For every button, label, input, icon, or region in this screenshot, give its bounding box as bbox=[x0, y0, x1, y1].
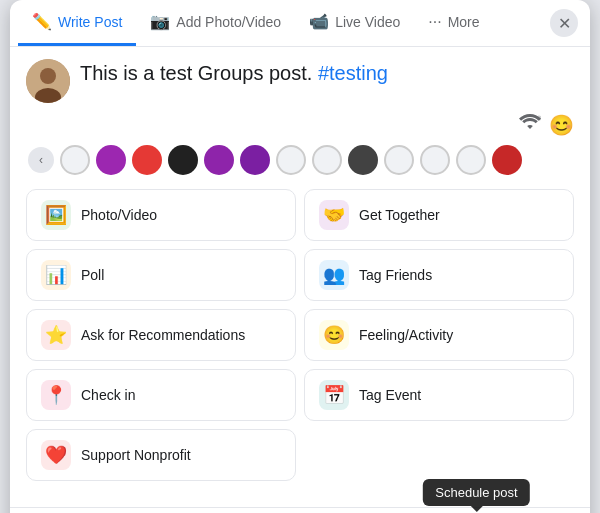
photo-video-tab-icon: 📷 bbox=[150, 12, 170, 31]
get-together-icon: 🤝 bbox=[319, 200, 349, 230]
avatar-svg bbox=[26, 59, 70, 103]
action-check-in[interactable]: 📍 Check in bbox=[26, 369, 296, 421]
color-swatches-row: ‹ bbox=[26, 145, 574, 175]
tab-more[interactable]: ··· More bbox=[414, 1, 493, 46]
action-photo-video[interactable]: 🖼️ Photo/Video bbox=[26, 189, 296, 241]
tag-event-icon: 📅 bbox=[319, 380, 349, 410]
bottom-bar: 🏷 Schedule post bbox=[10, 507, 590, 513]
swatch-5[interactable] bbox=[204, 145, 234, 175]
avatar bbox=[26, 59, 70, 103]
swatch-nav-left[interactable]: ‹ bbox=[28, 147, 54, 173]
emoji-icon[interactable]: 😊 bbox=[549, 113, 574, 137]
modal-header: ✏️ Write Post 📷 Add Photo/Video 📹 Live V… bbox=[10, 0, 590, 47]
svg-point-1 bbox=[40, 68, 56, 84]
action-support-nonprofit[interactable]: ❤️ Support Nonprofit bbox=[26, 429, 296, 481]
swatch-6[interactable] bbox=[240, 145, 270, 175]
swatch-8[interactable] bbox=[312, 145, 342, 175]
write-post-icon: ✏️ bbox=[32, 12, 52, 31]
swatch-2[interactable] bbox=[96, 145, 126, 175]
poll-icon: 📊 bbox=[41, 260, 71, 290]
actions-grid: 🖼️ Photo/Video 🤝 Get Together 📊 Poll 👥 T… bbox=[26, 189, 574, 481]
swatch-9[interactable] bbox=[348, 145, 378, 175]
action-poll[interactable]: 📊 Poll bbox=[26, 249, 296, 301]
action-tag-friends[interactable]: 👥 Tag Friends bbox=[304, 249, 574, 301]
support-nonprofit-icon: ❤️ bbox=[41, 440, 71, 470]
tag-friends-icon: 👥 bbox=[319, 260, 349, 290]
action-feeling-activity[interactable]: 😊 Feeling/Activity bbox=[304, 309, 574, 361]
check-in-icon: 📍 bbox=[41, 380, 71, 410]
wifi-icon[interactable] bbox=[519, 113, 541, 137]
avatar-image bbox=[26, 59, 70, 103]
ask-recommendations-icon: ⭐ bbox=[41, 320, 71, 350]
photo-video-icon: 🖼️ bbox=[41, 200, 71, 230]
modal-content: This is a test Groups post. #testing 😊 ‹ bbox=[10, 47, 590, 507]
swatch-1[interactable] bbox=[60, 145, 90, 175]
action-tag-event[interactable]: 📅 Tag Event bbox=[304, 369, 574, 421]
action-ask-recommendations[interactable]: ⭐ Ask for Recommendations bbox=[26, 309, 296, 361]
swatch-4[interactable] bbox=[168, 145, 198, 175]
swatch-3[interactable] bbox=[132, 145, 162, 175]
top-icons-row: 😊 bbox=[26, 113, 574, 137]
action-get-together[interactable]: 🤝 Get Together bbox=[304, 189, 574, 241]
create-post-modal: ✏️ Write Post 📷 Add Photo/Video 📹 Live V… bbox=[10, 0, 590, 513]
swatch-13[interactable] bbox=[492, 145, 522, 175]
tab-live-video[interactable]: 📹 Live Video bbox=[295, 0, 414, 46]
swatch-10[interactable] bbox=[384, 145, 414, 175]
close-button[interactable]: ✕ bbox=[550, 9, 578, 37]
post-text: This is a test Groups post. #testing bbox=[80, 59, 574, 87]
live-video-tab-icon: 📹 bbox=[309, 12, 329, 31]
schedule-tooltip: Schedule post bbox=[423, 479, 529, 506]
user-row: This is a test Groups post. #testing bbox=[26, 59, 574, 103]
more-tab-icon: ··· bbox=[428, 13, 441, 31]
swatch-7[interactable] bbox=[276, 145, 306, 175]
tab-add-photo-video[interactable]: 📷 Add Photo/Video bbox=[136, 0, 295, 46]
swatch-12[interactable] bbox=[456, 145, 486, 175]
tab-write-post[interactable]: ✏️ Write Post bbox=[18, 0, 136, 46]
swatch-11[interactable] bbox=[420, 145, 450, 175]
feeling-activity-icon: 😊 bbox=[319, 320, 349, 350]
